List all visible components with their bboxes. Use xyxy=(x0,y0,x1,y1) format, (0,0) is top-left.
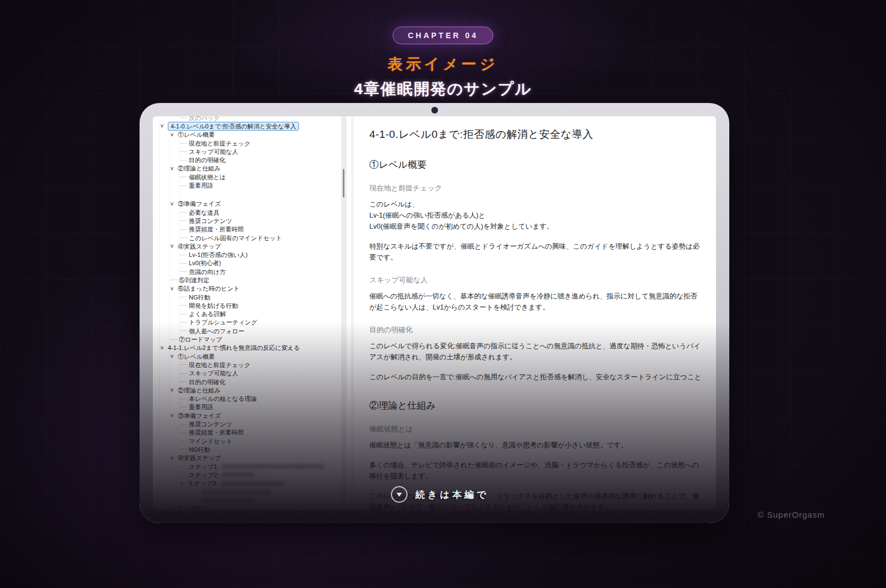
tree-item[interactable]: ∨③準備フェイズ xyxy=(157,411,341,420)
tree-item[interactable]: このレベル固有のマインドセット xyxy=(157,234,341,242)
tree-item[interactable] xyxy=(157,488,341,496)
document-panel[interactable]: 4-1-0.レベル0まで:拒否感の解消と安全な導入①レベル概要現在地と前提チェッ… xyxy=(354,116,716,510)
tree-item[interactable]: ∨②理論と仕組み xyxy=(157,386,341,394)
tree-item[interactable]: 本レベルの核となる理論 xyxy=(157,395,341,403)
tree-item[interactable]: ∨⑥詰まった時のヒント xyxy=(157,285,341,293)
tree-item[interactable]: スキップ可能な人 xyxy=(157,369,341,378)
tree-item[interactable]: 重要用語 xyxy=(157,181,341,189)
tree-item[interactable]: ∨②理論と仕組み xyxy=(157,164,341,173)
tree-item[interactable]: マインドセット xyxy=(157,437,341,445)
tree-item-label: 目的の明確化 xyxy=(189,378,225,386)
tree-item[interactable]: 目的の明確化 xyxy=(157,156,341,164)
tree-item[interactable]: ∨④実践ステップ xyxy=(157,454,341,462)
tree-item[interactable]: ∨ステップ3: xyxy=(157,479,341,487)
chevron-down-icon[interactable]: ∨ xyxy=(160,123,169,128)
tree-item-label: 催眠状態とは xyxy=(189,173,226,181)
tree-item[interactable]: よくある誤解 xyxy=(157,310,341,318)
tree-item[interactable]: ステップ2: xyxy=(157,471,341,479)
tree-item-label: ③準備フェイズ xyxy=(178,412,221,420)
tree-item-label: Lv-1(拒否感の強い人) xyxy=(189,251,248,259)
tree-item[interactable]: Lv-1(拒否感の強い人) xyxy=(157,250,341,259)
chapter-badge: CHAPTER 04 xyxy=(393,27,493,44)
chevron-down-icon[interactable]: ∨ xyxy=(170,202,179,207)
tree-item[interactable]: 必要な道具 xyxy=(157,208,341,216)
tree-connector xyxy=(181,331,187,331)
chevron-down-icon[interactable]: ∨ xyxy=(170,354,179,359)
tree-item[interactable]: 催眠状態とは xyxy=(157,173,341,181)
tree-item[interactable] xyxy=(157,496,341,504)
tree-connector xyxy=(181,432,187,433)
tree-item[interactable]: 推奨頻度・所要時間 xyxy=(157,429,341,437)
chevron-down-icon[interactable]: ∨ xyxy=(180,481,189,486)
tree-item-label: ④実践ステップ xyxy=(178,454,221,462)
tree-item[interactable]: トラブルシューティング xyxy=(157,318,341,327)
tree-item-label: 推奨頻度・所要時間 xyxy=(189,429,244,436)
chevron-down-icon[interactable]: ∨ xyxy=(170,388,179,393)
doc-heading: 4-1-0.レベル0まで:拒否感の解消と安全な導入 xyxy=(369,127,702,142)
tree-item[interactable]: NG行動 xyxy=(157,293,341,301)
doc-heading: 現在地と前提チェック xyxy=(369,183,702,193)
outline-tree-panel[interactable]: 次のパック∨4-1-0.レベル0まで:拒否感の解消と安全な導入∨①レベル概要現在… xyxy=(153,116,341,510)
tree-item[interactable]: NG行動 xyxy=(157,445,341,453)
tree-item[interactable]: 現在地と前提チェック xyxy=(157,139,341,147)
app-screen: 次のパック∨4-1-0.レベル0まで:拒否感の解消と安全な導入∨①レベル概要現在… xyxy=(153,116,716,510)
tree-item-label: ⑤到達判定 xyxy=(179,276,209,284)
tree-connector xyxy=(181,255,187,255)
hero-title: 4章催眠開発のサンプル xyxy=(0,79,886,100)
tree-item-label: ⑦ロードマップ xyxy=(179,336,222,343)
tree-connector xyxy=(181,297,187,297)
tree-item[interactable]: スキップ可能な人 xyxy=(157,147,341,156)
tree-item[interactable]: 現在地と前提チェック xyxy=(157,360,341,369)
tree-connector xyxy=(181,474,187,475)
tree-item[interactable]: 重要用語 xyxy=(157,403,341,411)
tree-item[interactable]: 個人差へのフォロー xyxy=(157,327,341,335)
tree-item[interactable]: ⑦ロードマップ xyxy=(157,335,341,343)
chevron-down-icon[interactable]: ∨ xyxy=(170,413,179,418)
chevron-down-icon[interactable]: ∨ xyxy=(170,166,179,171)
tree-item[interactable]: 推奨コンテンツ xyxy=(157,216,341,225)
tree-item[interactable]: 推奨頻度・所要時間 xyxy=(157,225,341,234)
tree-item[interactable]: 開発を妨げる行動 xyxy=(157,301,341,310)
tree-connector xyxy=(181,238,187,238)
chevron-down-icon[interactable]: ∨ xyxy=(170,456,179,461)
tree-item-label: ④実践ステップ xyxy=(178,243,221,250)
tree-connector xyxy=(190,492,197,492)
tree-item[interactable]: 意識の向け方 xyxy=(157,267,341,276)
chevron-down-icon[interactable]: ∨ xyxy=(170,507,179,510)
tree-item[interactable]: 次のパック xyxy=(157,116,341,122)
tree-item-label: 重要用語 xyxy=(189,403,213,411)
chevron-down-icon[interactable]: ∨ xyxy=(170,132,179,137)
tree-item[interactable]: 目的の明確化 xyxy=(157,378,341,386)
chevron-down-icon[interactable]: ∨ xyxy=(170,286,179,291)
tree-connector xyxy=(181,185,187,186)
tree-item[interactable]: ⑤到達判定 xyxy=(157,276,341,284)
tree-item[interactable]: 推奨コンテンツ xyxy=(157,420,341,428)
tree-connector xyxy=(181,212,187,213)
chevron-down-icon[interactable]: ∨ xyxy=(170,244,179,249)
tree-connector xyxy=(181,407,187,408)
tree-item-label: スキップ可能な人 xyxy=(189,148,238,156)
tree-item[interactable]: Lv0(初心者) xyxy=(157,259,341,267)
chevron-down-icon[interactable]: ∨ xyxy=(160,345,169,350)
tree-scrollbar[interactable] xyxy=(341,116,347,510)
tree-item-label: スキップ可能な人 xyxy=(189,369,238,377)
tree-item[interactable]: ∨①レベル概要 xyxy=(157,131,341,139)
tree-item-label: 推奨コンテンツ xyxy=(189,217,232,225)
tablet-mockup: 次のパック∨4-1-0.レベル0まで:拒否感の解消と安全な導入∨①レベル概要現在… xyxy=(140,103,729,523)
tree-item-label: よくある誤解 xyxy=(189,310,226,318)
tree-connector xyxy=(181,314,187,314)
tree-item[interactable]: ∨⑤到達判定 xyxy=(157,504,341,510)
tree-scrollbar-thumb[interactable] xyxy=(343,169,344,198)
doc-paragraph: このレベルの目的を一言で:催眠への無用なバイアスと拒否感を解消し、安全なスタート… xyxy=(369,372,702,383)
tree-item[interactable]: ステップ1: xyxy=(157,462,341,471)
doc-paragraph: 催眠への抵抗感が一切なく、基本的な催眠誘導音声を冷静に聴き進められ、指示に対して… xyxy=(369,291,702,313)
circle-down-arrow-icon[interactable] xyxy=(391,486,408,503)
tree-item-label: 重要用語 xyxy=(189,182,213,189)
tree-item[interactable]: ∨④実践ステップ xyxy=(157,242,341,250)
tree-item[interactable]: ∨4-1-1.レベル2まで:慣れを無意識の反応に変える xyxy=(157,344,341,352)
tree-connector xyxy=(181,271,187,272)
tree-item[interactable]: ∨4-1-0.レベル0まで:拒否感の解消と安全な導入 xyxy=(157,122,341,130)
tree-item[interactable]: ∨①レベル概要 xyxy=(157,352,341,360)
doc-heading: ②理論と仕組み xyxy=(369,399,702,412)
tree-item[interactable]: ∨③準備フェイズ xyxy=(157,200,341,208)
